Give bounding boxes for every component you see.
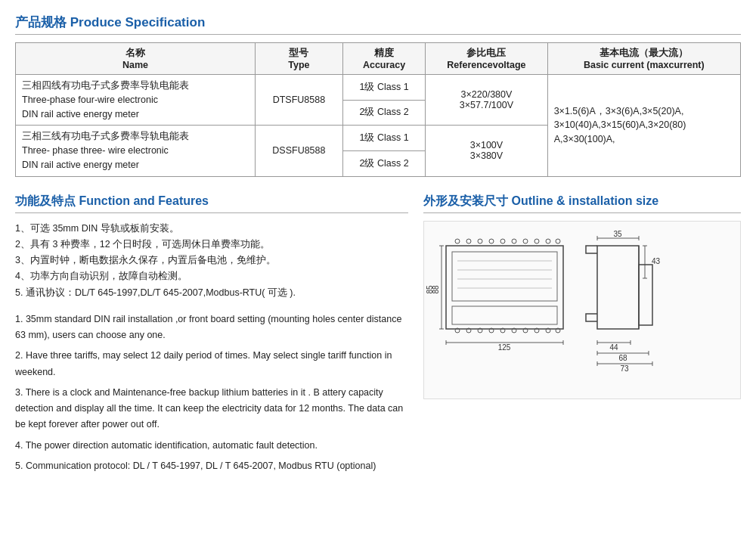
feature-en-5: 5. Communication protocol: DL / T 645-19…	[15, 458, 408, 474]
svg-point-9	[523, 239, 528, 243]
feature-cn-3: 3、内置时钟，断电数据永久保存，内置后备电池，免维护。	[15, 253, 408, 268]
type-2: DSSFU8588	[255, 126, 342, 176]
product-name-1: 三相四线有功电子式多费率导轨电能表 Three-phase four-wire …	[16, 75, 256, 126]
feature-cn-2: 2、具有 3 种费率，12 个日时段，可选周休日单费率功能。	[15, 237, 408, 253]
outline-title: 外形及安装尺寸 Outline & installation size	[423, 194, 741, 213]
feature-cn-5: 5. 通讯协议：DL/T 645-1997,DL/T 645-2007,Modb…	[15, 285, 408, 301]
svg-text:73: 73	[620, 364, 629, 373]
feature-en-4: 4. The power direction automatic identif…	[15, 438, 408, 454]
svg-text:68: 68	[618, 354, 627, 362]
feature-en-3: 3. There is a clock and Maintenance-free…	[15, 385, 408, 433]
header-name: 名称Name	[16, 43, 256, 75]
accuracy-2b: 2级 Class 2	[342, 150, 425, 176]
svg-text:44: 44	[609, 343, 618, 352]
type-1: DTSFU8588	[255, 75, 342, 126]
svg-text:35: 35	[613, 230, 622, 238]
accuracy-1b: 2级 Class 2	[342, 100, 425, 126]
svg-point-8	[512, 239, 516, 243]
diagram-area: 125 88 85 35	[423, 221, 741, 399]
svg-rect-1	[452, 252, 557, 301]
svg-rect-2	[452, 306, 557, 324]
svg-point-11	[546, 239, 550, 243]
features-title: 功能及特点 Function and Features	[15, 194, 408, 213]
svg-text:125: 125	[498, 343, 511, 352]
features-section: 功能及特点 Function and Features 1、可选 35mm DI…	[15, 194, 408, 485]
svg-point-6	[489, 239, 494, 243]
header-type: 型号Type	[255, 43, 342, 75]
outline-section: 外形及安装尺寸 Outline & installation size	[423, 194, 741, 485]
svg-text:85: 85	[426, 285, 434, 294]
svg-rect-36	[597, 246, 639, 329]
svg-point-3	[455, 239, 460, 243]
features-en-list: 1. 35mm standard DIN rail installation ,…	[15, 312, 408, 474]
table-row: 三相四线有功电子式多费率导轨电能表 Three-phase four-wire …	[16, 75, 741, 101]
product-name-2: 三相三线有功电子式多费率导轨电能表 Three- phase three- wi…	[16, 126, 256, 176]
svg-point-4	[466, 239, 471, 243]
header-current: 基本电流（最大流）Basic current (maxcurrent)	[547, 43, 740, 75]
svg-point-7	[500, 239, 505, 243]
spec-table: 名称Name 型号Type 精度Accuracy 参比电压Referencevo…	[15, 42, 741, 177]
feature-en-1: 1. 35mm standard DIN rail installation ,…	[15, 312, 408, 344]
header-accuracy: 精度Accuracy	[342, 43, 425, 75]
voltage-1: 3×220/380V3×57.7/100V	[426, 75, 547, 126]
outline-diagram: 125 88 85 35	[438, 231, 726, 389]
feature-cn-1: 1、可选 35mm DIN 导轨或板前安装。	[15, 221, 408, 237]
svg-rect-57	[639, 265, 652, 325]
accuracy-1a: 1级 Class 1	[342, 75, 425, 101]
table-header-row: 名称Name 型号Type 精度Accuracy 参比电压Referencevo…	[16, 43, 741, 75]
svg-point-10	[534, 239, 539, 243]
lower-section: 功能及特点 Function and Features 1、可选 35mm DI…	[15, 194, 741, 485]
spec-title: 产品规格 Produce Specification	[15, 14, 741, 35]
feature-en-2: 2. Have three tariffs, may select 12 dai…	[15, 348, 408, 380]
voltage-2: 3×100V3×380V	[426, 126, 547, 176]
svg-rect-0	[446, 246, 563, 329]
svg-point-5	[478, 239, 482, 243]
feature-cn-4: 4、功率方向自动识别，故障自动检测。	[15, 268, 408, 284]
accuracy-2a: 1级 Class 1	[342, 126, 425, 151]
current-all: 3×1.5(6)A，3×3(6)A,3×5(20)A, 3×10(40)A,3×…	[547, 75, 740, 177]
header-voltage: 参比电压Referencevoltage	[426, 43, 547, 75]
features-cn-list: 1、可选 35mm DIN 导轨或板前安装。 2、具有 3 种费率，12 个日时…	[15, 221, 408, 301]
spec-section: 产品规格 Produce Specification 名称Name 型号Type…	[15, 14, 741, 177]
svg-point-12	[556, 239, 560, 243]
